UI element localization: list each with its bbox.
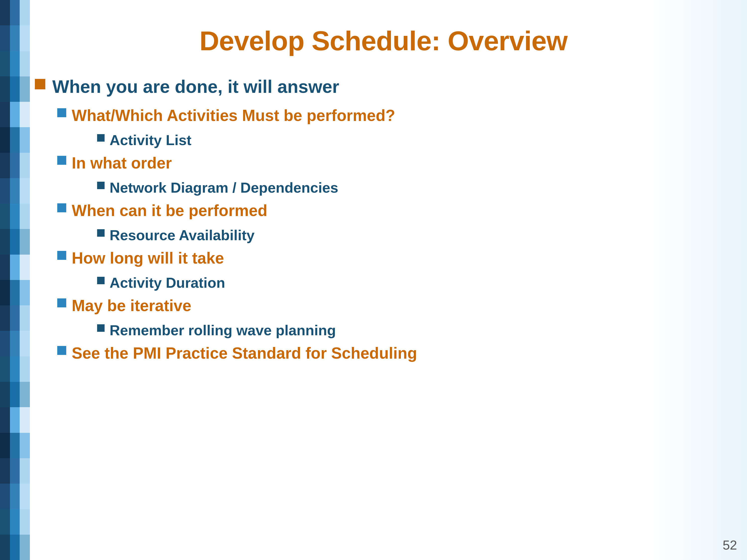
bullet-square-dark: [97, 229, 105, 237]
level2-label: See the PMI Practice Standard for Schedu…: [72, 344, 417, 363]
strip-row: [0, 0, 30, 25]
level3-list: Network Diagram / Dependencies: [57, 179, 732, 196]
strip-row: [0, 433, 30, 458]
level3-label: Activity List: [109, 132, 191, 148]
strip-row: [0, 535, 30, 560]
strip-row: [0, 356, 30, 382]
strip-row: [0, 458, 30, 484]
list-item: How long will it take: [57, 249, 732, 267]
level1-label: When you are done, it will answer: [52, 76, 339, 97]
bullet-square-blue: [57, 203, 66, 212]
list-item: May be iterative: [57, 296, 732, 315]
level3-label: Activity Duration: [109, 274, 225, 291]
list-item: See the PMI Practice Standard for Schedu…: [57, 344, 732, 363]
slide-title: Develop Schedule: Overview: [35, 25, 732, 56]
list-item: Activity Duration: [97, 274, 732, 291]
strip-row: [0, 280, 30, 305]
strip-row: [0, 509, 30, 534]
slide-content: Develop Schedule: Overview When you are …: [35, 15, 732, 545]
strip-row: [0, 178, 30, 204]
bullet-square-orange: [35, 79, 45, 89]
level3-list: Activity List: [57, 132, 732, 148]
list-item: When you are done, it will answer: [35, 76, 732, 97]
strip-row: [0, 25, 30, 51]
bullet-square-dark: [97, 182, 105, 189]
bullet-square-dark: [97, 277, 105, 284]
level3-list: Resource Availability: [57, 227, 732, 243]
strip-row: [0, 484, 30, 509]
strip-row: [0, 76, 30, 102]
page-number: 52: [723, 538, 737, 553]
level3-label: Remember rolling wave planning: [109, 322, 336, 339]
level3-label: Resource Availability: [109, 227, 255, 243]
list-item: What/Which Activities Must be performed?: [57, 106, 732, 125]
bullet-square-dark: [97, 134, 105, 142]
list-item: In what order: [57, 154, 732, 172]
bullet-square-blue: [57, 251, 66, 260]
level3-label: Network Diagram / Dependencies: [109, 179, 338, 196]
list-item: Activity List: [97, 132, 732, 148]
left-decorative-strip: [0, 0, 30, 560]
strip-row: [0, 382, 30, 407]
level3-list: Remember rolling wave planning: [57, 322, 732, 339]
strip-row: [0, 51, 30, 76]
level2-list: What/Which Activities Must be performed?…: [35, 106, 732, 363]
strip-row: [0, 229, 30, 255]
bullet-square-blue: [57, 108, 66, 117]
level2-label: How long will it take: [72, 249, 224, 267]
level2-label: What/Which Activities Must be performed?: [72, 106, 395, 125]
level2-label: In what order: [72, 154, 172, 172]
strip-row: [0, 102, 30, 127]
strip-row: [0, 204, 30, 229]
bullet-square-blue: [57, 346, 66, 355]
list-item: Resource Availability: [97, 227, 732, 243]
bullet-square-blue: [57, 298, 66, 308]
main-bullet-list: When you are done, it will answer What/W…: [35, 76, 732, 363]
list-item: When can it be performed: [57, 202, 732, 220]
list-item: Network Diagram / Dependencies: [97, 179, 732, 196]
strip-row: [0, 331, 30, 356]
strip-row: [0, 305, 30, 331]
level2-label: May be iterative: [72, 296, 191, 315]
list-item: Remember rolling wave planning: [97, 322, 732, 339]
strip-row: [0, 127, 30, 153]
strip-row: [0, 153, 30, 178]
level3-list: Activity Duration: [57, 274, 732, 291]
strip-row: [0, 255, 30, 280]
bullet-square-blue: [57, 156, 66, 165]
level2-label: When can it be performed: [72, 202, 267, 220]
bullet-square-dark: [97, 324, 105, 332]
strip-row: [0, 407, 30, 432]
